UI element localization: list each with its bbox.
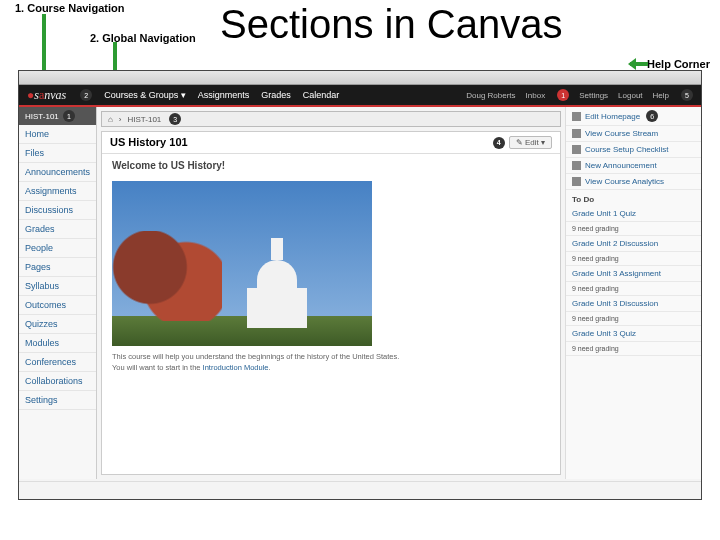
nav-bubble-1: 1 (63, 110, 75, 122)
nav-grades[interactable]: Grades (261, 90, 291, 100)
cn-modules[interactable]: Modules (19, 334, 96, 353)
arrow-help-corner (630, 62, 648, 66)
todo-item[interactable]: Grade Unit 3 Quiz (566, 326, 701, 342)
cn-quizzes[interactable]: Quizzes (19, 315, 96, 334)
content-area: US History 101 4 ✎ Edit ▾ Welcome to US … (101, 131, 561, 475)
stream-icon (572, 129, 581, 138)
nav-bubble-4: 4 (493, 137, 505, 149)
desc-line-1: This course will help you understand the… (112, 352, 550, 363)
logo-text-right: nvas (44, 88, 66, 102)
nav-help[interactable]: Help (653, 91, 669, 100)
label-help-corner: Help Corner (647, 58, 710, 70)
todo-sub: 9 need grading (566, 222, 701, 236)
todo-item[interactable]: Grade Unit 3 Assignment (566, 266, 701, 282)
nav-bubble-3: 3 (169, 113, 181, 125)
pencil-icon (572, 112, 581, 121)
cn-announcements[interactable]: Announcements (19, 163, 96, 182)
megaphone-icon (572, 161, 581, 170)
global-nav: ●sanvas 2 Courses & Groups ▾ Assignments… (19, 85, 701, 107)
nav-inbox[interactable]: Inbox (526, 91, 546, 100)
sb-edit-homepage[interactable]: Edit Homepage (585, 112, 640, 121)
breadcrumb-course[interactable]: HIST-101 (128, 115, 162, 124)
footer-area (19, 481, 701, 499)
cn-assignments[interactable]: Assignments (19, 182, 96, 201)
checklist-icon (572, 145, 581, 154)
macos-menubar (19, 71, 701, 85)
sidebar-panel: Edit Homepage 6 View Course Stream Cours… (565, 107, 701, 479)
cn-grades[interactable]: Grades (19, 220, 96, 239)
sb-view-stream[interactable]: View Course Stream (585, 129, 658, 138)
nav-bubble-5: 5 (681, 89, 693, 101)
nav-settings[interactable]: Settings (579, 91, 608, 100)
cn-conferences[interactable]: Conferences (19, 353, 96, 372)
nav-logout[interactable]: Logout (618, 91, 642, 100)
sb-view-analytics[interactable]: View Course Analytics (585, 177, 664, 186)
sb-new-announcement[interactable]: New Announcement (585, 161, 657, 170)
nav-courses[interactable]: Courses & Groups ▾ (104, 90, 186, 100)
nav-bubble-2: 2 (80, 89, 92, 101)
course-nav: HIST-101 1 Home Files Announcements Assi… (19, 107, 97, 479)
nav-bubble-6: 6 (646, 110, 658, 122)
canvas-screenshot: ●sanvas 2 Courses & Groups ▾ Assignments… (18, 70, 702, 500)
todo-sub: 9 need grading (566, 342, 701, 356)
todo-sub: 9 need grading (566, 282, 701, 296)
nav-calendar[interactable]: Calendar (303, 90, 340, 100)
help-corner: Doug Roberts Inbox 1 Settings Logout Hel… (466, 89, 693, 101)
course-nav-header: HIST-101 1 (19, 107, 96, 125)
cn-collaborations[interactable]: Collaborations (19, 372, 96, 391)
cn-outcomes[interactable]: Outcomes (19, 296, 96, 315)
inbox-count: 1 (557, 89, 569, 101)
cn-syllabus[interactable]: Syllabus (19, 277, 96, 296)
cn-people[interactable]: People (19, 239, 96, 258)
breadcrumb: ⌂ › HIST-101 3 (101, 111, 561, 127)
breadcrumb-home-icon[interactable]: ⌂ (108, 115, 113, 124)
label-global-navigation: 2. Global Navigation (90, 32, 196, 44)
todo-item[interactable]: Grade Unit 1 Quiz (566, 206, 701, 222)
cn-settings[interactable]: Settings (19, 391, 96, 410)
sb-setup-checklist[interactable]: Course Setup Checklist (585, 145, 669, 154)
cn-home[interactable]: Home (19, 125, 96, 144)
analytics-icon (572, 177, 581, 186)
cn-files[interactable]: Files (19, 144, 96, 163)
cn-discussions[interactable]: Discussions (19, 201, 96, 220)
desc-line-2: You will want to start in the Introducti… (112, 363, 550, 374)
todo-heading: To Do (566, 190, 701, 206)
desc-2a: You will want to start in the (112, 363, 203, 372)
canvas-logo: ●sanvas (27, 88, 66, 103)
label-course-navigation: 1. Course Navigation (15, 2, 124, 14)
welcome-heading: Welcome to US History! (102, 154, 560, 177)
breadcrumb-sep: › (119, 115, 122, 124)
hero-image-capitol (112, 181, 372, 346)
course-title: US History 101 (110, 136, 188, 149)
todo-item[interactable]: Grade Unit 2 Discussion (566, 236, 701, 252)
user-name[interactable]: Doug Roberts (466, 91, 515, 100)
todo-item[interactable]: Grade Unit 3 Discussion (566, 296, 701, 312)
edit-button[interactable]: ✎ Edit ▾ (509, 136, 552, 149)
todo-sub: 9 need grading (566, 252, 701, 266)
page-title: Sections in Canvas (220, 2, 562, 47)
course-description: This course will help you understand the… (112, 352, 550, 373)
main-column: ⌂ › HIST-101 3 US History 101 4 ✎ Edit ▾… (97, 107, 565, 479)
cn-pages[interactable]: Pages (19, 258, 96, 277)
desc-2b: . (268, 363, 270, 372)
intro-module-link[interactable]: Introduction Module (203, 363, 269, 372)
todo-sub: 9 need grading (566, 312, 701, 326)
nav-assignments[interactable]: Assignments (198, 90, 250, 100)
